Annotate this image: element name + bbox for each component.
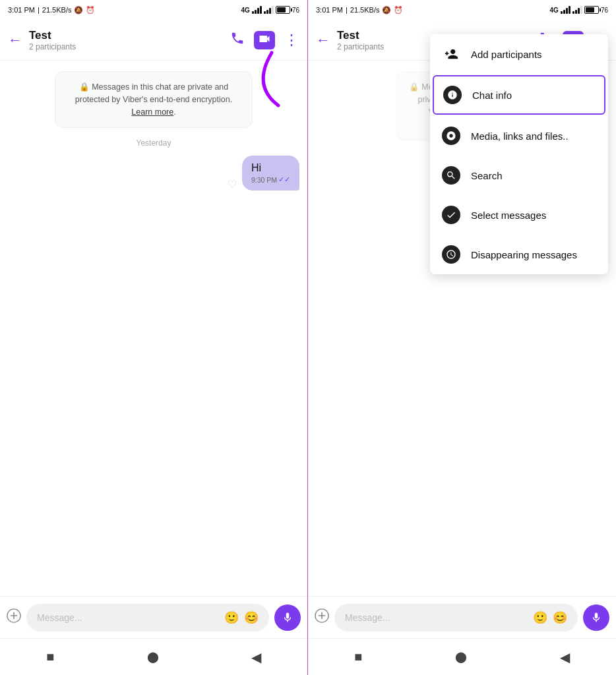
message-input-left[interactable]: Message... 🙂 😊	[26, 604, 269, 631]
dropdown-item-chat-info[interactable]: Chat info	[433, 75, 605, 115]
network-right: 4G	[550, 7, 559, 14]
emoji-icon-left[interactable]: 🙂	[224, 610, 239, 625]
disappearing-icon	[442, 245, 460, 264]
dropdown-item-disappearing[interactable]: Disappearing messages	[430, 235, 608, 274]
nav-circle-right[interactable]: ⬤	[455, 651, 467, 663]
nav-bar-right: ■ ⬤ ◀	[308, 638, 616, 675]
encryption-text: Messages in this chat are private and pr…	[75, 82, 232, 104]
check-marks: ✓✓	[278, 175, 290, 184]
data-speed-right: 21.5KB/s	[350, 6, 380, 14]
nav-square-right[interactable]: ■	[354, 649, 362, 664]
sticker-icon-right[interactable]: 😊	[553, 610, 567, 625]
data-speed-left: |	[38, 6, 40, 14]
time-left: 3:01 PM	[8, 6, 35, 14]
chat-body-left: 🔒 Messages in this chat are private and …	[0, 61, 307, 596]
disappearing-label: Disappearing messages	[471, 249, 577, 260]
lock-icon-right: 🔒	[409, 82, 419, 92]
alarm-icon-right: ⏰	[394, 6, 403, 15]
network-left: 4G	[241, 7, 250, 14]
date-label-left: Yesterday	[137, 138, 171, 148]
signal-bars-left	[252, 6, 262, 14]
input-placeholder-left: Message...	[37, 612, 82, 623]
input-icons-left: 🙂 😊	[224, 610, 259, 625]
back-button-left[interactable]: ←	[8, 32, 22, 49]
mute-icon-left: 🔕	[74, 6, 83, 15]
add-participants-icon	[442, 45, 460, 63]
dropdown-item-media[interactable]: Media, links and files..	[430, 116, 608, 156]
time-right: 3:01 PM	[316, 6, 343, 14]
message-time: 9:30 PM	[251, 176, 277, 184]
battery-left	[276, 6, 290, 14]
plus-button-left[interactable]	[7, 608, 21, 627]
select-messages-label: Select messages	[471, 210, 546, 221]
chat-info-icon	[443, 86, 462, 104]
sticker-icon-left[interactable]: 😊	[244, 610, 259, 625]
signal-bars2-right	[572, 6, 582, 14]
battery-pct-right: 76	[601, 7, 608, 14]
signal-bars2-left	[264, 6, 274, 14]
chat-input-bar-right: Message... 🙂 😊	[308, 596, 616, 638]
select-messages-icon	[442, 206, 460, 224]
dropdown-menu: Add participants Chat info Media, links …	[430, 34, 608, 274]
back-button-right[interactable]: ←	[316, 32, 330, 49]
nav-bar-left: ■ ⬤ ◀	[0, 638, 307, 675]
left-phone-panel: 3:01 PM | 21.5KB/s 🔕 ⏰ 4G 76	[0, 0, 308, 675]
mic-button-left[interactable]	[274, 604, 301, 631]
encryption-notice-left: 🔒 Messages in this chat are private and …	[55, 71, 253, 128]
arrow-overlay	[239, 46, 292, 115]
battery-right	[584, 6, 599, 14]
chat-input-bar-left: Message... 🙂 😊	[0, 596, 307, 638]
dropdown-item-add-participants[interactable]: Add participants	[430, 34, 608, 74]
learn-more-link[interactable]: Learn more	[131, 107, 173, 117]
message-bubble: Hi 9:30 PM ✓✓	[242, 156, 299, 191]
status-bar-left: 3:01 PM | 21.5KB/s 🔕 ⏰ 4G 76	[0, 0, 307, 20]
svg-point-3	[449, 134, 452, 137]
battery-pct-left: 76	[292, 7, 299, 14]
right-phone-panel: 3:01 PM | 21.5KB/s 🔕 ⏰ 4G 76	[308, 0, 616, 675]
status-bar-right: 3:01 PM | 21.5KB/s 🔕 ⏰ 4G 76	[308, 0, 616, 20]
signal-bars-right	[561, 6, 570, 14]
heart-icon[interactable]: ♡	[228, 178, 237, 191]
search-icon	[442, 166, 460, 185]
mic-button-right[interactable]	[583, 604, 609, 631]
chat-title-area-left: Test 2 participants	[29, 29, 224, 51]
alarm-icon-left: ⏰	[86, 6, 95, 15]
add-participants-label: Add participants	[471, 49, 542, 60]
nav-back-left[interactable]: ◀	[251, 649, 261, 665]
emoji-icon-right[interactable]: 🙂	[533, 610, 547, 625]
mute-icon-right: 🔕	[382, 6, 391, 15]
search-label: Search	[471, 170, 503, 181]
chat-title-left: Test	[29, 29, 224, 42]
lock-icon: 🔒	[79, 82, 90, 92]
message-meta: 9:30 PM ✓✓	[251, 175, 290, 184]
message-row-left: ♡ Hi 9:30 PM ✓✓	[8, 156, 299, 191]
input-icons-right: 🙂 😊	[533, 610, 567, 625]
plus-button-right[interactable]	[315, 608, 329, 627]
media-label: Media, links and files..	[471, 131, 569, 142]
nav-square-left[interactable]: ■	[46, 649, 54, 664]
nav-back-right[interactable]: ◀	[560, 649, 570, 665]
message-text: Hi	[251, 162, 290, 174]
media-icon	[442, 127, 460, 145]
chat-info-label: Chat info	[472, 90, 512, 101]
input-placeholder-right: Message...	[345, 612, 390, 623]
arrow-svg	[239, 46, 292, 112]
message-input-right[interactable]: Message... 🙂 😊	[334, 604, 578, 631]
dropdown-item-search[interactable]: Search	[430, 156, 608, 195]
data-speed-value-left: 21.5KB/s	[42, 6, 72, 14]
nav-circle-left[interactable]: ⬤	[147, 651, 159, 663]
chat-subtitle-left: 2 participants	[29, 42, 224, 51]
dropdown-item-select-messages[interactable]: Select messages	[430, 195, 608, 235]
